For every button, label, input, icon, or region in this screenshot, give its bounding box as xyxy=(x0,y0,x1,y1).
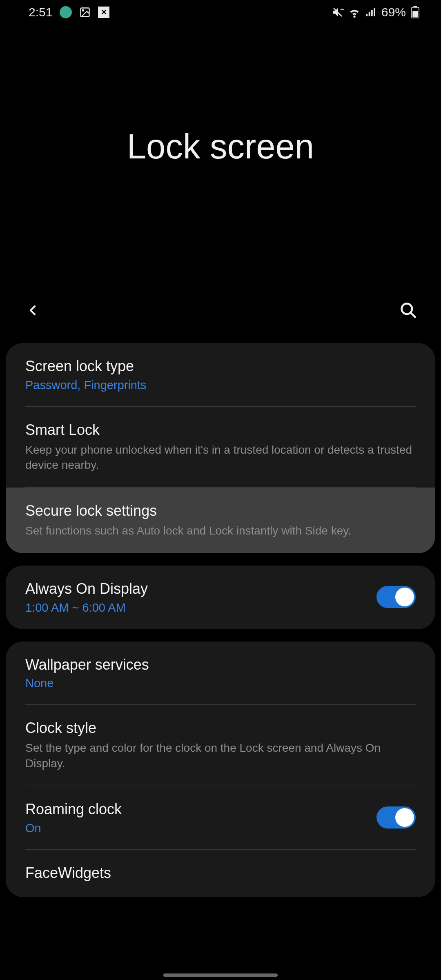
status-time: 2:51 xyxy=(29,5,52,19)
setting-title: Clock style xyxy=(25,719,416,738)
toolbar xyxy=(0,294,441,327)
chevron-left-icon xyxy=(24,302,41,318)
setting-text: Roaming clockOn xyxy=(25,800,352,835)
svg-rect-4 xyxy=(369,12,370,16)
setting-subtitle: Set functions such as Auto lock and Lock… xyxy=(25,523,416,539)
svg-point-1 xyxy=(82,10,84,11)
setting-subtitle: Password, Fingerprints xyxy=(25,379,416,392)
vibrate-mute-icon xyxy=(332,6,344,18)
svg-rect-9 xyxy=(412,11,418,18)
toggle-switch[interactable] xyxy=(376,586,416,608)
setting-text: Always On Display1:00 AM ~ 6:00 AM xyxy=(25,579,352,615)
toggle-wrap xyxy=(364,586,416,608)
search-button[interactable] xyxy=(396,298,421,323)
close-notification-icon: ✕ xyxy=(98,7,109,18)
search-icon xyxy=(399,301,417,319)
toggle-knob xyxy=(395,808,414,827)
setting-row[interactable]: Roaming clockOn xyxy=(6,786,435,850)
svg-rect-5 xyxy=(371,10,373,16)
setting-title: Roaming clock xyxy=(25,800,352,819)
setting-row[interactable]: Clock styleSet the type and color for th… xyxy=(6,705,435,786)
setting-title: Screen lock type xyxy=(25,357,416,376)
page-title: Lock screen xyxy=(127,127,314,167)
settings-group: Always On Display1:00 AM ~ 6:00 AM xyxy=(6,566,435,629)
status-bar: 2:51 ✕ 69% xyxy=(0,0,441,24)
svg-rect-8 xyxy=(414,6,417,7)
setting-row[interactable]: FaceWidgets xyxy=(6,850,435,898)
svg-rect-6 xyxy=(374,8,375,16)
battery-percent: 69% xyxy=(381,5,406,19)
setting-row[interactable]: Wallpaper servicesNone xyxy=(6,641,435,705)
toggle-separator xyxy=(364,586,364,608)
svg-line-11 xyxy=(411,313,415,317)
setting-title: Always On Display xyxy=(25,579,352,599)
wifi-icon xyxy=(348,6,361,19)
setting-subtitle: Keep your phone unlocked when it's in a … xyxy=(25,442,416,473)
status-left: 2:51 ✕ xyxy=(29,5,109,19)
battery-icon xyxy=(410,6,421,18)
toggle-switch[interactable] xyxy=(376,806,416,829)
settings-group: Screen lock typePassword, FingerprintsSm… xyxy=(6,343,435,553)
notification-app-icon xyxy=(60,6,72,18)
setting-row[interactable]: Always On Display1:00 AM ~ 6:00 AM xyxy=(6,566,435,629)
settings-content: Screen lock typePassword, FingerprintsSm… xyxy=(0,343,441,897)
setting-subtitle: On xyxy=(25,822,352,835)
settings-group: Wallpaper servicesNoneClock styleSet the… xyxy=(6,641,435,898)
toggle-knob xyxy=(395,588,414,606)
header-area: Lock screen xyxy=(0,24,441,343)
setting-subtitle: 1:00 AM ~ 6:00 AM xyxy=(25,601,352,615)
setting-row[interactable]: Secure lock settingsSet functions such a… xyxy=(6,488,435,553)
setting-title: FaceWidgets xyxy=(25,864,416,883)
toggle-separator xyxy=(364,806,364,829)
setting-row[interactable]: Smart LockKeep your phone unlocked when … xyxy=(6,407,435,488)
image-icon xyxy=(79,7,91,18)
setting-subtitle: Set the type and color for the clock on … xyxy=(25,740,416,771)
setting-title: Smart Lock xyxy=(25,421,416,440)
status-right: 69% xyxy=(332,5,421,19)
toggle-wrap xyxy=(364,806,416,829)
setting-subtitle: None xyxy=(25,677,416,690)
nav-handle[interactable] xyxy=(163,973,278,977)
back-button[interactable] xyxy=(20,298,45,323)
signal-icon xyxy=(365,6,377,18)
setting-title: Secure lock settings xyxy=(25,501,416,521)
svg-rect-3 xyxy=(366,14,368,16)
setting-title: Wallpaper services xyxy=(25,655,416,675)
setting-row[interactable]: Screen lock typePassword, Fingerprints xyxy=(6,343,435,407)
